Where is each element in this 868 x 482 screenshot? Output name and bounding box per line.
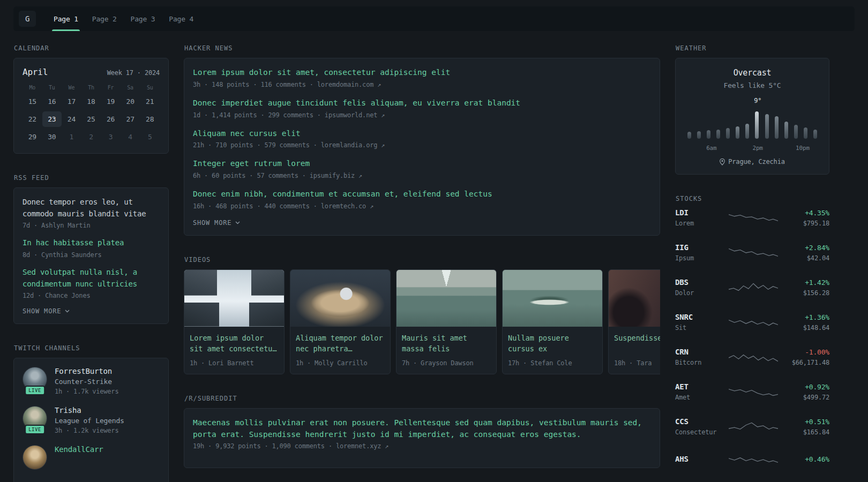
video-card[interactable]: Nullam posuere cursus ex 17h · Stefan Co… — [502, 269, 603, 374]
channel-game[interactable]: Counter-Strike — [55, 378, 118, 386]
stock-change: +0.92% — [784, 383, 829, 391]
twitch-channel: LIVE ForrestBurton Counter-Strike 1h · 1… — [23, 367, 160, 395]
video-card[interactable]: Suspendisse diam 18h · Tara — [608, 269, 660, 374]
hackernews-show-more-button[interactable]: SHOW MORE — [193, 219, 240, 227]
stock-sparkline — [729, 385, 778, 399]
calendar-day: 1 — [62, 129, 81, 145]
stock-sparkline — [729, 281, 778, 295]
weather-card: Overcast Feels like 5°C 9° 6am 2pm 10pm — [675, 58, 829, 175]
hackernews-item-meta: 21h · 710 points · 579 comments · loreml… — [193, 141, 651, 149]
hackernews-item: Integer eget rutrum lorem 6h · 60 points… — [193, 158, 651, 179]
video-meta: 1h · Lori Barnett — [190, 359, 279, 367]
channel-name[interactable]: Trisha — [55, 406, 124, 415]
rss-show-more-button[interactable]: SHOW MORE — [23, 307, 70, 315]
stock-ticker: DBS — [675, 278, 722, 287]
video-list: Lorem ipsum dolor sit amet consectetu… 1… — [184, 269, 660, 374]
calendar-days: 1516171819202122232425262728293012345 — [23, 94, 160, 145]
stock-sparkline — [729, 350, 778, 364]
weather-bar — [697, 131, 701, 139]
stock-name: Dolor — [675, 289, 722, 297]
calendar-day: 27 — [121, 111, 140, 127]
calendar-day: 26 — [101, 111, 121, 127]
day-of-week-label: Tu — [42, 85, 62, 94]
hackernews-item: Donec imperdiet augue tincidunt felis al… — [193, 97, 651, 119]
weather-bars — [687, 108, 817, 139]
video-card[interactable]: Mauris sit amet massa felis 7h · Grayson… — [396, 269, 497, 374]
channel-name[interactable]: KendallCarr — [55, 445, 103, 454]
stock-row[interactable]: CCS Consectetur +0.51% $165.84 — [675, 417, 829, 436]
day-of-week-label: Fr — [101, 85, 121, 94]
twitch-channel: KendallCarr — [23, 445, 160, 470]
hackernews-item: Donec enim nibh, condimentum et accumsan… — [193, 189, 651, 210]
stock-price: $42.04 — [784, 254, 829, 262]
app-logo[interactable]: G — [19, 11, 36, 27]
weather-feels-like: Feels like 5°C — [684, 81, 820, 89]
weather-bar — [775, 116, 779, 139]
stock-sparkline — [729, 452, 778, 466]
hackernews-item-meta: 3h · 148 points · 116 comments · loremdo… — [193, 81, 651, 88]
rss-item-title[interactable]: Sed volutpat nulla nisl, a condimentum n… — [23, 267, 160, 290]
calendar-day: 5 — [140, 129, 160, 145]
time-label: 2pm — [753, 145, 763, 152]
stock-name: Sit — [675, 324, 722, 332]
rss-card: Donec tempor eros leo, ut commodo mauris… — [13, 187, 169, 324]
video-meta: 17h · Stefan Cole — [508, 359, 597, 367]
subreddit-item-title[interactable]: Maecenas mollis pulvinar erat non posuer… — [193, 417, 651, 441]
subreddit-item-meta: 19h · 9,932 points · 1,090 comments · lo… — [193, 442, 651, 450]
channel-name[interactable]: ForrestBurton — [55, 367, 118, 375]
stock-row[interactable]: AHS +0.46% — [675, 452, 829, 466]
stock-row[interactable]: LDI Lorem +4.35% $795.18 — [675, 208, 829, 227]
calendar-widget-title: CALENDAR — [14, 44, 169, 52]
channel-game[interactable]: League of Legends — [55, 417, 124, 425]
hackernews-widget: HACKER NEWS Lorem ipsum dolor sit amet, … — [184, 44, 660, 236]
weather-bar — [804, 127, 807, 139]
stock-change: -1.00% — [784, 348, 829, 356]
video-card[interactable]: Aliquam tempor dolor nec pharetra… 1h · … — [290, 269, 391, 374]
calendar-day: 23 — [42, 111, 62, 127]
rss-item-meta: 7d · Ashlyn Martin — [23, 222, 160, 229]
stock-row[interactable]: CRN Bitcorn -1.00% $66,171.48 — [675, 348, 829, 366]
hackernews-item-title[interactable]: Lorem ipsum dolor sit amet, consectetur … — [193, 67, 651, 79]
weather-location: Prague, Czechia — [728, 158, 784, 165]
video-meta: 18h · Tara — [614, 359, 660, 367]
subreddit-widget-title: /R/SUBREDDIT — [184, 395, 660, 402]
subreddit-card: Maecenas mollis pulvinar erat non posuer… — [184, 408, 660, 469]
page-tab[interactable]: Page 3 — [124, 6, 162, 31]
rss-item-title[interactable]: In hac habitasse platea — [23, 237, 160, 249]
hackernews-item-title[interactable]: Donec enim nibh, condimentum et accumsan… — [193, 189, 651, 200]
hackernews-item-meta: 1d · 1,414 points · 299 comments · ipsum… — [193, 111, 651, 119]
hackernews-item-title[interactable]: Integer eget rutrum lorem — [193, 158, 651, 170]
stock-ticker: AHS — [675, 455, 722, 463]
calendar-day: 21 — [140, 94, 160, 109]
day-of-week-label: Th — [81, 85, 101, 94]
video-thumbnail — [184, 270, 284, 327]
stock-row[interactable]: IIG Ipsum +2.84% $42.04 — [675, 243, 829, 262]
channel-avatar[interactable] — [23, 445, 47, 470]
hackernews-item-title[interactable]: Donec imperdiet augue tincidunt felis al… — [193, 97, 651, 109]
page-tab[interactable]: Page 2 — [85, 6, 124, 31]
stock-ticker: AET — [675, 382, 722, 391]
subreddit-widget: /R/SUBREDDIT Maecenas mollis pulvinar er… — [184, 395, 660, 469]
weather-bar — [716, 130, 720, 139]
video-card[interactable]: Lorem ipsum dolor sit amet consectetu… 1… — [184, 269, 285, 374]
stock-name: Amet — [675, 394, 722, 401]
rss-item-title[interactable]: Donec tempor eros leo, ut commodo mauris… — [23, 197, 160, 220]
day-of-week-label: Sa — [121, 85, 140, 94]
hackernews-item-title[interactable]: Aliquam nec cursus elit — [193, 128, 651, 140]
stock-price: $156.28 — [784, 289, 829, 297]
calendar-day: 4 — [121, 129, 140, 145]
stock-list: LDI Lorem +4.35% $795.18 — [675, 208, 829, 466]
page-tab[interactable]: Page 4 — [162, 6, 200, 31]
stock-row[interactable]: AET Amet +0.92% $499.72 — [675, 382, 829, 401]
stock-price: $148.64 — [784, 324, 829, 332]
stock-row[interactable]: DBS Dolor +1.42% $156.28 — [675, 278, 829, 297]
stock-row[interactable]: SNRC Sit +1.36% $148.64 — [675, 313, 829, 332]
stock-price: $795.18 — [784, 220, 829, 227]
stock-ticker: SNRC — [675, 313, 722, 321]
twitch-widget: TWITCH CHANNELS LIVE ForrestBurton Count… — [13, 344, 169, 482]
stock-change: +0.51% — [784, 418, 829, 426]
page-tab[interactable]: Page 1 — [47, 6, 85, 31]
weather-widget: WEATHER Overcast Feels like 5°C 9° 6am 2… — [675, 44, 829, 175]
rss-widget-title: RSS FEED — [14, 174, 169, 182]
weather-peak-temp: 9° — [754, 97, 761, 104]
